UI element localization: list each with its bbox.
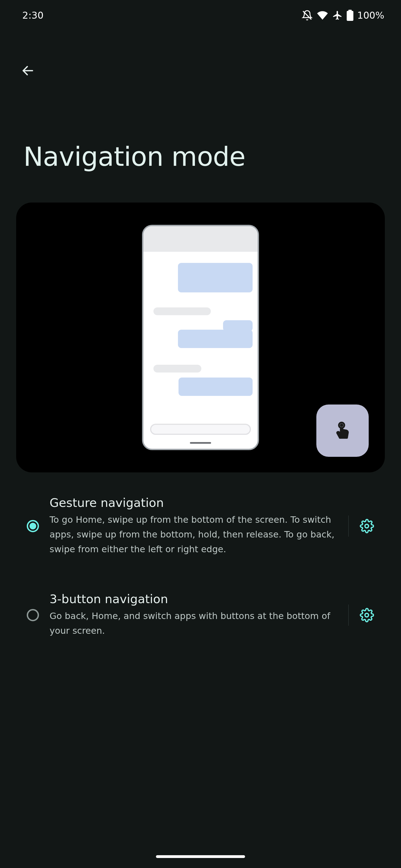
gesture-settings-button[interactable]	[349, 519, 385, 533]
svg-point-6	[365, 524, 369, 528]
back-button[interactable]	[16, 58, 40, 83]
option-gesture-navigation[interactable]: Gesture navigation To go Home, swipe up …	[16, 486, 385, 566]
status-time: 2:30	[22, 10, 44, 21]
svg-point-7	[365, 614, 369, 617]
option-description: To go Home, swipe up from the bottom of …	[50, 513, 340, 556]
svg-rect-2	[348, 10, 352, 11]
svg-point-5	[341, 424, 343, 426]
dnd-off-icon	[302, 10, 313, 21]
svg-rect-1	[347, 11, 353, 21]
app-bar	[0, 31, 401, 86]
page-title: Navigation mode	[0, 86, 401, 197]
navigation-options: Gesture navigation To go Home, swipe up …	[0, 472, 401, 648]
gear-icon	[360, 519, 374, 533]
option-three-button-navigation[interactable]: 3-button navigation Go back, Home, and s…	[16, 583, 385, 648]
gesture-preview-card	[16, 203, 385, 472]
radio-selected-icon	[27, 520, 39, 532]
option-title: 3-button navigation	[50, 592, 340, 606]
option-description: Go back, Home, and switch apps with butt…	[50, 609, 340, 638]
touch-icon	[332, 420, 353, 441]
status-bar: 2:30 100%	[0, 0, 401, 31]
touch-indicator-badge	[316, 404, 369, 457]
gear-icon	[360, 608, 374, 622]
wifi-icon	[317, 9, 328, 21]
arrow-left-icon	[21, 64, 35, 78]
battery-icon	[347, 10, 353, 21]
airplane-icon	[332, 10, 343, 21]
three-button-settings-button[interactable]	[349, 608, 385, 622]
battery-percent: 100%	[357, 10, 384, 21]
option-title: Gesture navigation	[50, 496, 340, 510]
home-indicator[interactable]	[156, 855, 245, 858]
radio-unselected-icon	[27, 609, 39, 621]
status-icons: 100%	[302, 9, 384, 21]
phone-mockup	[142, 225, 259, 450]
